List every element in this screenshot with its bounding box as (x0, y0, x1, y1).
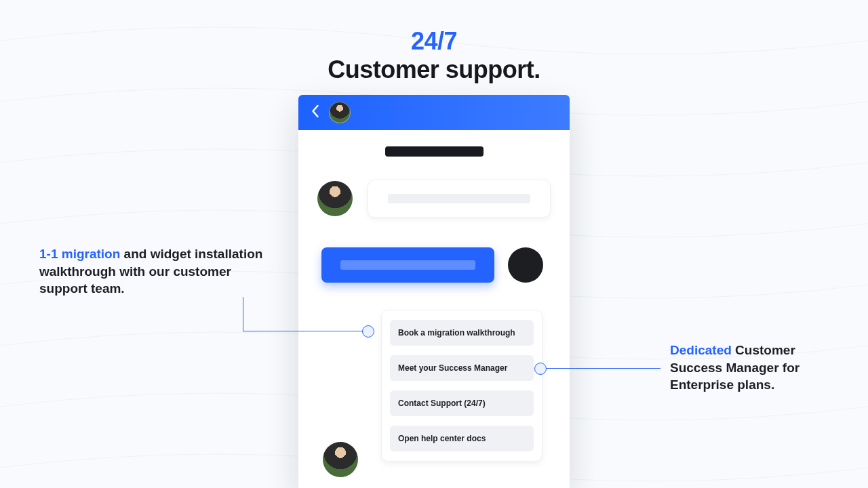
chat-body: Book a migration walkthrough Meet your S… (298, 130, 570, 462)
callout-migration: 1-1 migration and widget installation wa… (39, 245, 270, 298)
callout-csm: Dedicated Customer Success Manager for E… (670, 342, 833, 394)
option-meet-success-mgr[interactable]: Meet your Success Manager (390, 355, 534, 381)
agent-message-bubble (368, 180, 551, 218)
option-contact-support[interactable]: Contact Support (24/7) (390, 390, 534, 416)
callout-connector (547, 368, 660, 369)
callout-connector (243, 331, 363, 331)
chat-window: Book a migration walkthrough Meet your S… (298, 95, 570, 488)
user-avatar (508, 247, 543, 283)
message-placeholder-line (388, 194, 530, 203)
callout-anchor-dot (362, 325, 374, 338)
callout-migration-highlight: 1-1 migration (39, 247, 120, 261)
option-open-help-docs[interactable]: Open help center docs (390, 426, 534, 451)
option-book-migration[interactable]: Book a migration walkthrough (390, 320, 534, 346)
agent-avatar-small (329, 102, 351, 123)
headline-main: Customer support. (0, 56, 868, 84)
agent-message-row (317, 180, 551, 218)
back-icon[interactable] (311, 104, 319, 121)
message-placeholder-line (340, 260, 475, 270)
page-headline: 24/7 Customer support. (0, 27, 868, 84)
user-message-row (317, 247, 551, 283)
chat-header (298, 95, 570, 130)
user-message-bubble (321, 247, 494, 283)
quick-reply-options: Book a migration walkthrough Meet your S… (381, 310, 542, 462)
callout-anchor-dot (534, 363, 547, 375)
callout-csm-highlight: Dedicated (670, 343, 732, 357)
agent-avatar (317, 181, 353, 216)
chat-time-separator (385, 146, 484, 157)
callout-connector (243, 297, 243, 331)
agent-avatar-lower (323, 442, 358, 477)
headline-accent: 24/7 (0, 27, 868, 56)
